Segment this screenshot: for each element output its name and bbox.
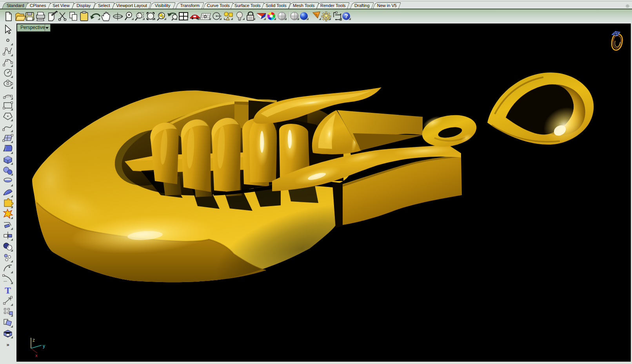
svg-text:z: z <box>33 337 35 343</box>
svg-text:»: » <box>6 342 9 348</box>
svg-text:?: ? <box>344 13 348 19</box>
svg-text:x: x <box>35 353 38 358</box>
svg-text:y: y <box>43 343 45 349</box>
svg-text:T: T <box>5 285 11 295</box>
